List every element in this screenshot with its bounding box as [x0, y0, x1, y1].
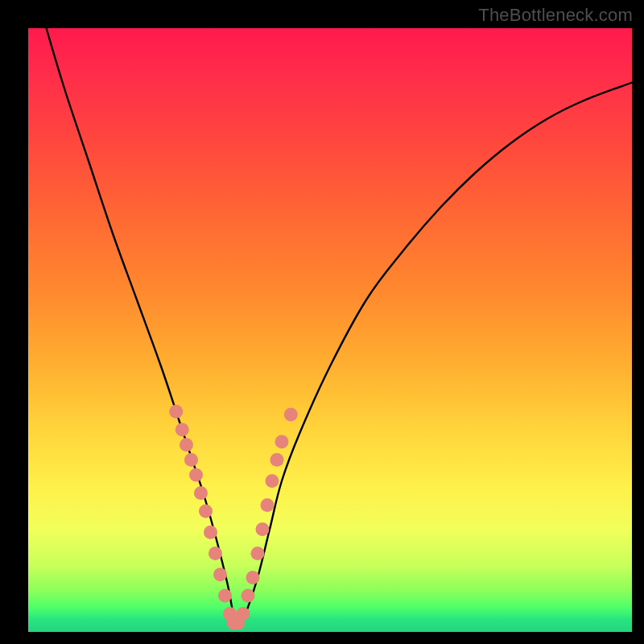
watermark-text: TheBottleneck.com [478, 5, 633, 26]
data-marker [213, 568, 227, 581]
chart-frame: TheBottleneck.com [0, 0, 644, 644]
data-marker [218, 589, 232, 603]
data-marker [275, 435, 289, 448]
data-marker [208, 547, 222, 560]
data-marker [246, 571, 260, 584]
data-marker [199, 505, 213, 518]
data-marker [189, 469, 203, 482]
plot-area [28, 28, 632, 632]
data-marker [261, 498, 275, 512]
data-marker [204, 526, 217, 539]
data-marker [270, 453, 284, 467]
data-marker [256, 522, 270, 536]
data-marker [169, 405, 183, 419]
data-marker [180, 438, 193, 452]
data-marker [242, 589, 255, 603]
data-marker [237, 607, 250, 621]
data-marker [194, 486, 208, 500]
data-marker [266, 474, 279, 488]
marker-group [169, 405, 298, 630]
data-marker [284, 408, 298, 422]
data-marker [175, 423, 189, 436]
bottleneck-curve [47, 28, 633, 626]
curve-layer [28, 28, 632, 632]
data-marker [251, 547, 265, 560]
data-marker [184, 453, 198, 467]
